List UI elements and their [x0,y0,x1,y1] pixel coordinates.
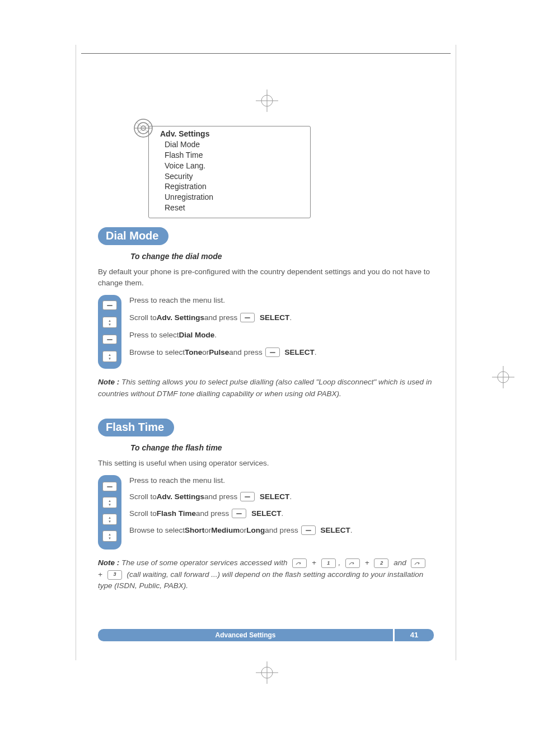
step-text: Press to select Dial Mode. [129,331,316,339]
key-2-icon: 2 [374,558,388,568]
icon-column [98,475,121,550]
footer-label: Advanced Settings [98,629,393,641]
menu-item: Security [165,171,305,182]
menu-key-icon [232,509,246,518]
section-heading-flash-time: Flash Time [98,419,174,436]
menu-key-icon [240,492,255,501]
menu-key-icon [240,313,255,322]
crop-mark-right [492,366,514,391]
page-number: 41 [395,629,434,641]
scroll-key-icon [102,317,117,328]
step-text: Browse to select Short or Medium or Long… [129,525,352,535]
step-text: Press to reach the menu list. [129,476,352,485]
menu-item: Flash Time [165,150,305,161]
menu-item: Voice Lang. [165,161,305,171]
intro-text: This setting is useful when using operat… [98,458,434,469]
menu-item: Dial Mode [165,139,305,150]
spiral-binding-icon [132,117,154,142]
note-text: Note : This setting allows you to select… [98,377,434,400]
scroll-key-icon [102,497,117,508]
crop-mark-bottom [256,661,278,686]
step-text: Browse to select Tone or Pulse and press… [129,348,316,357]
scroll-key-icon [102,514,117,525]
menu-key-icon [265,348,280,357]
section-heading-dial-mode: Dial Mode [98,227,168,245]
flash-key-icon [345,558,360,568]
intro-text: By default your phone is pre-configured … [98,266,434,288]
step-text: Scroll to Adv. Settings and press SELECT… [129,492,352,501]
menu-key-icon [102,335,117,344]
menu-screenshot: Adv. Settings Dial Mode Flash Time Voice… [148,126,434,218]
menu-item: Registration [165,181,305,192]
menu-title: Adv. Settings [160,129,305,139]
subhead: To change the dial mode [130,252,434,261]
flash-key-icon [411,558,425,568]
key-1-icon: 1 [321,558,336,568]
step-text: Scroll to Flash Time and press SELECT. [129,509,352,518]
step-text: Scroll to Adv. Settings and press SELECT… [129,313,316,322]
crop-mark-top [256,90,278,114]
menu-item: Reset [165,203,305,213]
menu-key-icon [301,525,316,535]
top-rule [81,53,451,54]
scroll-key-icon [102,351,117,362]
scroll-key-icon [102,530,117,542]
footer: Advanced Settings 41 [98,629,434,641]
key-3-icon: 3 [107,570,122,580]
steps-group: Press to reach the menu list. Scroll to … [98,295,434,369]
icon-column [98,295,121,369]
menu-item: Unregistration [165,192,305,203]
flash-key-icon [292,558,307,568]
menu-key-icon [102,300,117,310]
step-text: Press to reach the menu list. [129,296,316,304]
menu-key-icon [102,482,117,491]
note-text: Note : The use of some operator services… [98,557,434,591]
steps-group: Press to reach the menu list. Scroll to … [98,475,434,550]
subhead: To change the flash time [130,443,434,452]
